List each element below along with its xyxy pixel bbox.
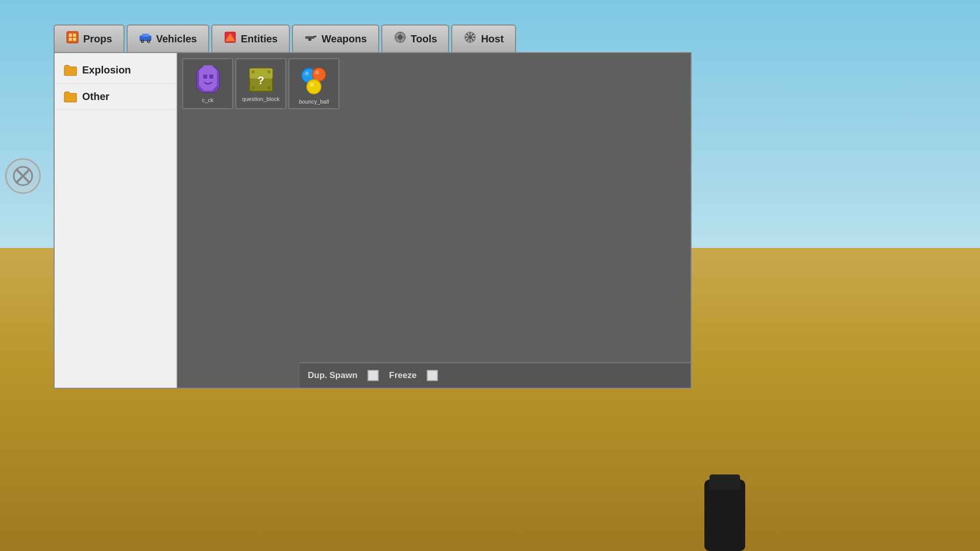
tab-entities-label: Entities: [241, 33, 278, 45]
tab-weapons[interactable]: Weapons: [292, 24, 379, 52]
svg-point-49: [315, 70, 319, 74]
svg-rect-3: [67, 32, 78, 43]
tab-tools-label: Tools: [411, 33, 437, 45]
svg-point-12: [141, 41, 143, 42]
tab-host-label: Host: [481, 33, 503, 45]
item-question-block[interactable]: ? question_block: [235, 58, 286, 109]
svg-point-44: [252, 86, 255, 89]
wrench-x-icon: [13, 166, 33, 186]
hand-icon: [674, 469, 776, 551]
sidebar-item-other-label: Other: [82, 91, 109, 103]
tab-props[interactable]: Props: [54, 24, 125, 52]
svg-point-20: [398, 35, 403, 40]
tab-vehicles[interactable]: Vehicles: [127, 24, 209, 52]
sidebar-item-explosion-label: Explosion: [82, 64, 131, 76]
items-area: c_ck ?: [177, 53, 691, 388]
svg-point-45: [267, 86, 271, 89]
content-area: Explosion Other: [54, 52, 692, 389]
bouncy-ball-shape: [298, 63, 331, 96]
folder-icon-other: [64, 91, 77, 103]
item-c-ck[interactable]: c_ck: [182, 58, 233, 109]
svg-rect-37: [203, 74, 207, 79]
folder-icon-explosion: [64, 65, 77, 76]
freeze-checkbox[interactable]: [427, 370, 438, 381]
tab-bar: Props Vehicles E: [54, 24, 692, 52]
tab-tools[interactable]: Tools: [381, 24, 450, 52]
props-icon: [66, 31, 79, 47]
svg-rect-18: [308, 38, 311, 41]
item-question-block-label: question_block: [242, 96, 279, 102]
weapons-icon: [304, 31, 317, 47]
bottom-bar: Dup. Spawn Freeze: [300, 362, 691, 388]
entities-icon: [224, 31, 237, 47]
svg-point-26: [468, 35, 472, 39]
svg-rect-38: [209, 74, 213, 79]
svg-point-13: [148, 41, 149, 42]
svg-point-50: [307, 80, 321, 94]
tab-weapons-label: Weapons: [322, 33, 367, 45]
svg-point-42: [252, 70, 255, 73]
svg-rect-17: [313, 36, 316, 37]
dup-spawn-checkbox[interactable]: [368, 370, 379, 381]
sidebar-item-other[interactable]: Other: [55, 84, 176, 110]
item-bouncy-ball[interactable]: bouncy_ball: [288, 58, 339, 109]
svg-rect-6: [69, 38, 72, 41]
freeze-label: Freeze: [389, 370, 416, 381]
svg-rect-7: [73, 38, 76, 41]
svg-point-48: [312, 68, 326, 81]
dup-spawn-label: Dup. Spawn: [308, 370, 357, 381]
svg-text:?: ?: [257, 74, 264, 87]
svg-point-51: [310, 83, 314, 87]
svg-point-47: [305, 71, 309, 76]
item-bouncy-ball-label: bouncy_ball: [299, 98, 329, 105]
main-panel: Props Vehicles E: [54, 24, 692, 392]
host-icon: [463, 31, 477, 47]
c-ck-shape: [194, 64, 222, 95]
svg-rect-9: [142, 34, 149, 37]
tab-entities[interactable]: Entities: [211, 24, 290, 52]
tab-vehicles-label: Vehicles: [156, 33, 197, 45]
tab-props-label: Props: [83, 33, 112, 45]
svg-point-43: [267, 70, 271, 73]
question-block-shape: ?: [247, 66, 275, 94]
svg-rect-5: [73, 34, 76, 37]
tab-host[interactable]: Host: [451, 24, 516, 52]
svg-rect-52: [704, 480, 745, 551]
hand-area: [674, 469, 776, 551]
svg-rect-53: [709, 474, 740, 490]
svg-rect-4: [69, 34, 72, 37]
vehicles-icon: [139, 31, 152, 47]
item-c-ck-label: c_ck: [202, 97, 214, 103]
items-grid: c_ck ?: [182, 58, 685, 109]
tools-icon: [394, 31, 407, 47]
svg-marker-36: [199, 65, 217, 91]
sidebar-item-explosion[interactable]: Explosion: [55, 57, 176, 84]
tool-icon[interactable]: [5, 158, 41, 194]
sidebar: Explosion Other: [55, 53, 177, 388]
